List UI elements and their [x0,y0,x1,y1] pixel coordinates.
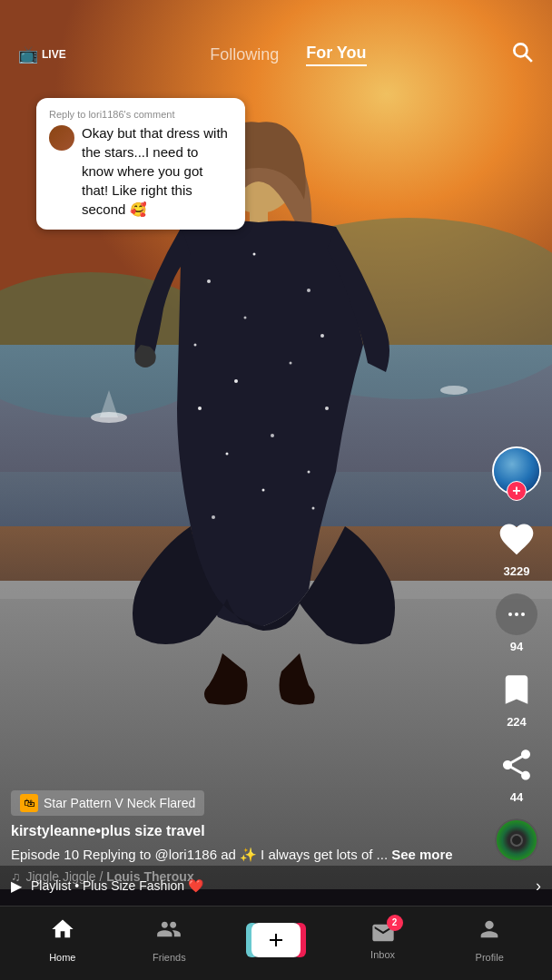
svg-point-13 [290,362,292,365]
save-count: 224 [507,715,527,729]
comment-count: 94 [510,640,523,653]
share-count: 44 [510,790,523,804]
svg-point-20 [320,334,324,338]
comment-button[interactable]: 94 [495,593,538,653]
playlist-bar[interactable]: ▶ Playlist • Plus Size Fashion ❤️ › [0,866,552,906]
creator-avatar-container[interactable]: + [492,446,541,495]
svg-point-29 [515,612,518,616]
music-disc[interactable] [495,818,538,862]
friends-label: Friends [153,952,186,963]
comment-text: Okay but that dress with the stars...I n… [82,123,232,219]
heart-icon [495,517,538,561]
svg-point-26 [514,44,527,56]
inbox-nav-item[interactable]: 2 Inbox [330,920,437,960]
profile-label: Profile [476,952,504,963]
comment-reply-label: Reply to lori1186's comment [49,109,232,120]
commenter-avatar [49,125,74,151]
right-sidebar: + 3229 94 224 [492,446,541,862]
following-tab[interactable]: Following [210,45,279,64]
product-tag[interactable]: 🛍 Star Pattern V Neck Flared [11,790,204,816]
playlist-icon: ▶ [11,877,22,895]
share-button[interactable]: 44 [495,743,538,804]
comment-bubble: Reply to lori1186's comment Okay but tha… [36,98,245,230]
svg-point-9 [253,253,256,256]
home-icon [50,916,75,948]
create-plus-icon [251,923,301,957]
svg-point-23 [312,507,315,510]
svg-point-19 [244,317,247,319]
product-label: Star Pattern V Neck Flared [44,796,195,810]
search-icon[interactable] [510,40,534,69]
follow-plus-badge: + [507,481,527,501]
live-icon: 📺 [18,44,38,64]
shopping-bag-icon: 🛍 [20,794,38,812]
svg-point-12 [234,379,238,383]
svg-point-16 [271,434,274,437]
username[interactable]: kirstyleanne•plus size travel [11,823,468,839]
bottom-navigation: Home Friends 2 Inbox [0,906,552,980]
friends-icon [156,916,182,948]
svg-point-25 [440,386,468,395]
svg-point-21 [262,489,265,492]
nav-tabs: Following For You [210,44,366,66]
home-label: Home [49,952,75,963]
create-nav-item[interactable] [222,923,330,957]
inbox-icon-container: 2 [370,920,396,946]
comment-icon [495,593,538,636]
inbox-badge-count: 2 [387,915,403,931]
see-more-button[interactable]: See more [391,845,453,864]
live-badge: 📺 LIVE [18,44,66,64]
music-disc-inner [495,818,538,862]
svg-point-30 [521,612,525,616]
save-button[interactable]: 224 [495,668,538,729]
playlist-label: Playlist • Plus Size Fashion ❤️ [31,878,527,893]
svg-point-11 [194,344,197,347]
svg-point-17 [308,471,310,474]
svg-point-15 [226,453,229,456]
like-button[interactable]: 3229 [495,517,538,578]
home-nav-item[interactable]: Home [9,916,116,963]
top-navigation: 📺 LIVE Following For You [0,0,552,91]
like-count: 3229 [504,564,530,578]
svg-point-18 [198,407,202,410]
svg-point-8 [207,279,211,283]
profile-nav-item[interactable]: Profile [436,916,543,963]
for-you-tab[interactable]: For You [306,44,366,66]
svg-point-28 [508,612,512,616]
svg-point-14 [325,407,329,410]
friends-nav-item[interactable]: Friends [116,916,223,963]
caption-continued: I always get lots of ... [261,845,388,864]
svg-point-22 [212,515,215,519]
svg-line-27 [526,55,532,62]
playlist-chevron-icon: › [536,877,541,896]
share-icon [495,743,538,787]
caption-text: Episode 10 Replying to @lori1186 ad ✨ [11,845,257,864]
profile-icon [477,916,502,948]
live-label: LIVE [42,48,66,61]
svg-point-10 [307,289,310,292]
video-caption: Episode 10 Replying to @lori1186 ad ✨ I … [11,845,468,864]
music-disc-center [510,834,523,847]
bookmark-icon [495,668,538,711]
inbox-label: Inbox [370,949,395,960]
